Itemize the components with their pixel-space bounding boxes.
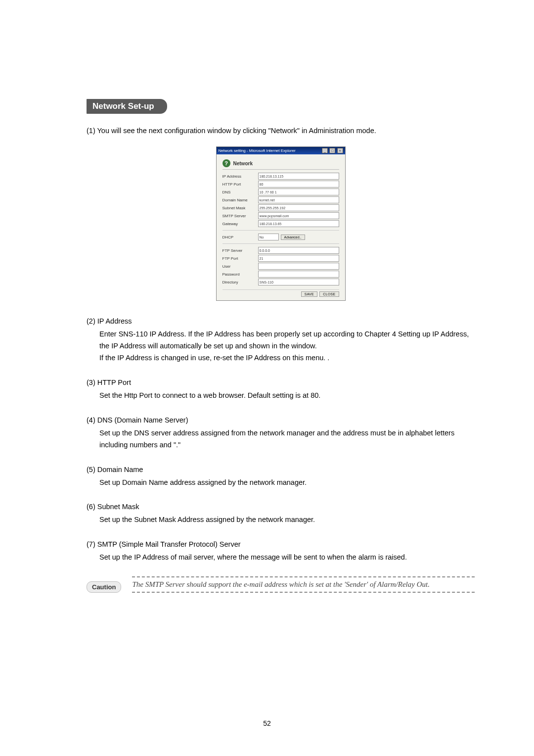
doc-section: (3) HTTP PortSet the Http Port to connec… [87,377,475,402]
section-head: (5) Domain Name [87,464,475,476]
field-row: DNS10 .77 60 1 [222,189,339,195]
field-group-1: IP Address180.218.13.115HTTP Port80DNS10… [222,173,339,227]
field-row: Gateway180.218.13.65 [222,220,339,227]
field-input[interactable] [258,271,339,278]
field-input[interactable]: 0.0.0.0 [258,247,339,254]
section-body: Set up the DNS server address assigned f… [87,427,475,451]
document-page: Network Set-up (1) You will see the next… [0,0,534,756]
field-input[interactable]: 10 .77 60 1 [258,189,339,195]
divider [222,230,339,231]
field-row: Subnet Mask255.255.255.192 [222,204,339,211]
advanced-button[interactable]: Advanced.. [281,235,305,240]
field-row: SMTP Serverwww.popsmail.com [222,212,339,219]
field-input[interactable]: 180.218.13.115 [258,173,339,180]
ie-window: Network setting - Microsoft Internet Exp… [216,146,346,301]
section-head: (2) IP Address [87,316,475,328]
field-label: SMTP Server [222,214,258,218]
window-buttons: SAVE CLOSE [222,289,339,296]
field-row: IP Address180.218.13.115 [222,173,339,180]
divider [222,243,339,244]
field-label: Password [222,272,258,277]
doc-section: (6) Subnet MaskSet up the Subnet Mask Ad… [87,501,475,526]
doc-section: (5) Domain NameSet up Domain Name addres… [87,464,475,489]
field-label: HTTP Port [222,182,258,187]
field-label: FTP Server [222,248,258,253]
maximize-icon[interactable]: □ [329,148,335,153]
field-input[interactable]: www.popsmail.com [258,212,339,219]
section-head: (4) DNS (Domain Name Server) [87,415,475,426]
panel-header: ? Network [222,159,339,170]
section-body: Set up Domain Name address assigned by t… [87,477,475,489]
field-input[interactable] [258,263,339,270]
field-input[interactable]: 80 [258,181,339,188]
field-input[interactable]: SNS-110 [258,279,339,285]
field-row: FTP Port21 [222,255,339,262]
field-input[interactable]: kornet.net [258,196,339,203]
field-label: User [222,264,258,269]
field-input[interactable]: 180.218.13.65 [258,220,339,227]
window-title: Network setting - Microsoft Internet Exp… [219,148,296,153]
field-label: Domain Name [222,198,258,202]
caution-text: The SMTP Server should support the e-mai… [132,576,475,593]
sections: (2) IP AddressEnter SNS-110 IP Address. … [87,316,475,564]
field-row: User [222,263,339,270]
field-row: Domain Namekornet.net [222,196,339,203]
field-row: DirectorySNS-110 [222,279,339,285]
section-body: Set up the Subnet Mask Address assigned … [87,514,475,526]
field-input[interactable]: 21 [258,255,339,262]
panel-title: Network [233,161,253,166]
doc-section: (4) DNS (Domain Name Server)Set up the D… [87,415,475,451]
save-button[interactable]: SAVE [301,291,317,297]
field-label: Directory [222,280,258,284]
field-label: Subnet Mask [222,206,258,210]
close-button[interactable]: CLOSE [319,291,339,297]
help-icon[interactable]: ? [222,159,230,167]
field-row: HTTP Port80 [222,181,339,188]
window-titlebar: Network setting - Microsoft Internet Exp… [217,147,345,154]
dhcp-label: DHCP [222,235,258,239]
section-head: (7) SMTP (Simple Mail Transfer Protocol)… [87,539,475,551]
page-number: 52 [0,719,534,727]
caution-badge: Caution [87,581,121,593]
window-body: ? Network IP Address180.218.13.115HTTP P… [217,154,345,300]
section-body: Enter SNS-110 IP Address. If the IP Addr… [87,329,475,364]
close-icon[interactable]: × [337,148,343,153]
section-heading-pill: Network Set-up [87,99,167,114]
dhcp-select[interactable]: No [258,234,279,240]
section-head: (3) HTTP Port [87,377,475,389]
window-controls: _ □ × [321,148,343,153]
field-label: FTP Port [222,256,258,261]
field-label: IP Address [222,174,258,179]
field-row: FTP Server0.0.0.0 [222,247,339,254]
section-head: (6) Subnet Mask [87,501,475,513]
dhcp-row: DHCP No Advanced.. [222,234,339,240]
field-label: Gateway [222,222,258,226]
minimize-icon[interactable]: _ [322,148,328,153]
field-input[interactable]: 255.255.255.192 [258,204,339,211]
field-group-2: FTP Server0.0.0.0FTP Port21UserPasswordD… [222,247,339,285]
field-label: DNS [222,190,258,194]
doc-section: (7) SMTP (Simple Mail Transfer Protocol)… [87,539,475,564]
field-row: Password [222,271,339,278]
screenshot-wrap: Network setting - Microsoft Internet Exp… [87,146,475,301]
doc-section: (2) IP AddressEnter SNS-110 IP Address. … [87,316,475,364]
caution-row: Caution The SMTP Server should support t… [87,576,475,593]
section-body: Set the Http Port to connect to a web br… [87,390,475,402]
intro-paragraph: (1) You will see the next configuration … [87,126,475,136]
section-body: Set up the IP Address of mail server, wh… [87,552,475,564]
